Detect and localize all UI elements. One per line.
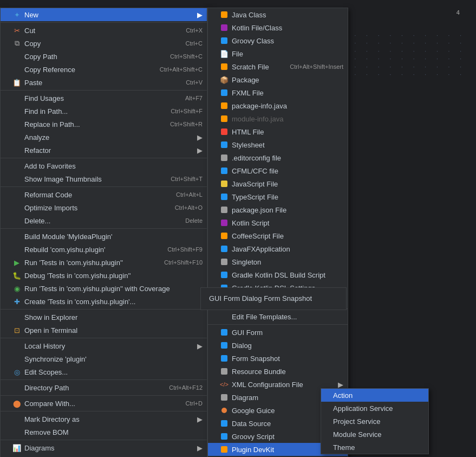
menu-item-copy[interactable]: ⧉ Copy Ctrl+C	[1, 37, 207, 50]
menu-item-directory-path[interactable]: Directory Path Ctrl+Alt+F12	[1, 381, 207, 394]
menu-item-run-coverage[interactable]: ◉ Run 'Tests in 'com.yishu.plugin'' with…	[1, 282, 207, 295]
resource-icon	[220, 367, 229, 376]
separator	[1, 309, 207, 310]
no-icon	[12, 216, 21, 225]
menu-item-optimize[interactable]: Optimize Imports Ctrl+Alt+O	[1, 201, 207, 214]
submenu-item-javascript[interactable]: JavaScript File	[208, 177, 348, 190]
menu-item-reformat[interactable]: Reformat Code Ctrl+Alt+L	[1, 188, 207, 201]
submenu-item-package-json[interactable]: package.json File	[208, 203, 348, 216]
submenu-item-cfml[interactable]: CFML/CFC file	[208, 164, 348, 177]
ts-icon	[220, 192, 229, 201]
submenu-item-kotlin-script[interactable]: Kotlin Script	[208, 216, 348, 229]
menu-item-diagrams[interactable]: 📊 Diagrams ▶	[1, 441, 207, 454]
submenu-item-form-snapshot[interactable]: Form Snapshot	[208, 352, 348, 365]
kotlin-icon	[220, 23, 229, 32]
gradle-build-icon	[220, 271, 229, 279]
menu-item-new[interactable]: ✦ New ▶	[1, 8, 207, 21]
menu-item-code-scan[interactable]: ⊞ 编码规约扫描 Ctrl+Alt+Shift+J	[1, 454, 207, 457]
menu-item-analyze[interactable]: Analyze ▶	[1, 131, 207, 144]
submenu-item-edit-templates[interactable]: Edit File Templates...	[208, 310, 348, 323]
action-item-project-service[interactable]: Project Service	[321, 415, 428, 428]
submenu-item-module-info[interactable]: module-info.java	[208, 112, 348, 125]
menu-item-synchronize[interactable]: Synchronize 'plugin'	[1, 352, 207, 365]
java-icon	[220, 10, 229, 19]
separator	[1, 440, 207, 440]
submenu-item-html[interactable]: HTML File	[208, 125, 348, 138]
separator	[1, 228, 207, 229]
menu-item-rebuild[interactable]: Rebuild 'com.yishu.plugin' Ctrl+Shift+F9	[1, 243, 207, 256]
groovy-icon	[220, 36, 229, 45]
submenu-item-stylesheet[interactable]: Stylesheet	[208, 138, 348, 151]
compare-icon: ⬤	[12, 399, 21, 408]
submenu-item-editorconfig[interactable]: .editorconfig file	[208, 151, 348, 164]
menu-item-local-history[interactable]: Local History ▶	[1, 339, 207, 352]
submenu-item-gui-form[interactable]: GUI Form	[208, 326, 348, 339]
action-item-application-service[interactable]: Application Service	[321, 402, 428, 415]
paste-icon: 📋	[12, 78, 21, 87]
menu-item-open-terminal[interactable]: ⊡ Open in Terminal	[1, 324, 207, 337]
action-item-action[interactable]: Action	[321, 389, 428, 402]
menu-item-edit-scopes[interactable]: ◎ Edit Scopes...	[1, 365, 207, 378]
submenu-item-gradle-build[interactable]: Gradle Kotlin DSL Build Script	[208, 268, 348, 281]
scopes-icon: ◎	[12, 368, 21, 376]
submenu-item-package[interactable]: 📦 Package	[208, 73, 348, 86]
file-icon: 📄	[220, 49, 229, 58]
submenu-item-resource-bundle[interactable]: Resource Bundle	[208, 365, 348, 378]
menu-item-create-tests[interactable]: ✚ Create 'Tests in 'com.yishu.plugin'...	[1, 295, 207, 308]
tooltip-text: GUI Form Dialog Form Snapshot	[209, 294, 312, 302]
create-tests-icon: ✚	[12, 297, 21, 306]
menu-item-add-favorites[interactable]: Add to Favorites	[1, 159, 207, 172]
coffee-icon	[220, 231, 229, 240]
submenu-item-singleton[interactable]: Singleton	[208, 255, 348, 268]
cf-icon	[220, 166, 229, 175]
menu-item-show-thumbnails[interactable]: Show Image Thumbnails Ctrl+Shift+T	[1, 172, 207, 185]
action-item-module-service[interactable]: Module Service	[321, 428, 428, 441]
javafx-icon	[220, 244, 229, 253]
menu-item-refactor[interactable]: Refactor ▶	[1, 144, 207, 157]
no-icon	[12, 313, 21, 321]
js-icon	[220, 179, 229, 188]
submenu-item-file[interactable]: 📄 File	[208, 47, 348, 60]
terminal-icon: ⊡	[12, 326, 21, 334]
submenu-item-fxml[interactable]: FXML File	[208, 86, 348, 99]
menu-item-mark-directory[interactable]: Mark Directory as ▶	[1, 413, 207, 426]
coverage-icon: ◉	[12, 284, 21, 293]
menu-item-find-in-path[interactable]: Find in Path... Ctrl+Shift+F	[1, 105, 207, 118]
kotlin-script-icon	[220, 218, 229, 227]
submenu-item-java-class[interactable]: Java Class	[208, 8, 348, 21]
menu-item-find-usages[interactable]: Find Usages Alt+F7	[1, 92, 207, 105]
menu-item-paste[interactable]: 📋 Paste Ctrl+V	[1, 76, 207, 89]
submenu-arrow: ▶	[197, 415, 203, 423]
submenu-arrow: ▶	[197, 133, 203, 141]
menu-item-delete[interactable]: Delete... Delete	[1, 214, 207, 227]
submenu-item-javafx[interactable]: JavaFXApplication	[208, 242, 348, 255]
submenu-item-package-info[interactable]: package-info.java	[208, 99, 348, 112]
menu-item-build-module[interactable]: Build Module 'MyIdeaPlugin'	[1, 230, 207, 243]
submenu-item-dialog[interactable]: Dialog	[208, 339, 348, 352]
no-icon	[12, 428, 21, 436]
separator	[1, 22, 207, 23]
no-icon	[12, 52, 21, 61]
menu-item-copy-path[interactable]: Copy Path Ctrl+Shift+C	[1, 50, 207, 63]
menu-item-compare-with[interactable]: ⬤ Compare With... Ctrl+D	[1, 397, 207, 410]
editorconfig-icon	[220, 153, 229, 162]
no-icon	[12, 355, 21, 363]
separator	[1, 158, 207, 158]
no-icon	[12, 146, 21, 155]
action-item-theme[interactable]: Theme	[321, 441, 428, 454]
submenu-item-groovy-class[interactable]: Groovy Class	[208, 34, 348, 47]
submenu-item-scratch-file[interactable]: Scratch File Ctrl+Alt+Shift+Insert	[208, 60, 348, 73]
no-icon	[12, 245, 21, 254]
menu-item-cut[interactable]: ✂ Cut Ctrl+X	[1, 24, 207, 37]
menu-item-copy-reference[interactable]: Copy Reference Ctrl+Alt+Shift+C	[1, 63, 207, 76]
submenu-item-coffeescript[interactable]: CoffeeScript File	[208, 229, 348, 242]
module-info-icon	[220, 114, 229, 123]
menu-item-run-tests[interactable]: ▶ Run 'Tests in 'com.yishu.plugin'' Ctrl…	[1, 256, 207, 269]
submenu-item-typescript[interactable]: TypeScript File	[208, 190, 348, 203]
debug-icon: 🐛	[12, 271, 21, 280]
menu-item-show-explorer[interactable]: Show in Explorer	[1, 311, 207, 324]
menu-item-remove-bom[interactable]: Remove BOM	[1, 426, 207, 439]
submenu-item-kotlin-file[interactable]: Kotlin File/Class	[208, 21, 348, 34]
menu-item-debug-tests[interactable]: 🐛 Debug 'Tests in 'com.yishu.plugin''	[1, 269, 207, 282]
menu-item-replace-in-path[interactable]: Replace in Path... Ctrl+Shift+R	[1, 118, 207, 131]
